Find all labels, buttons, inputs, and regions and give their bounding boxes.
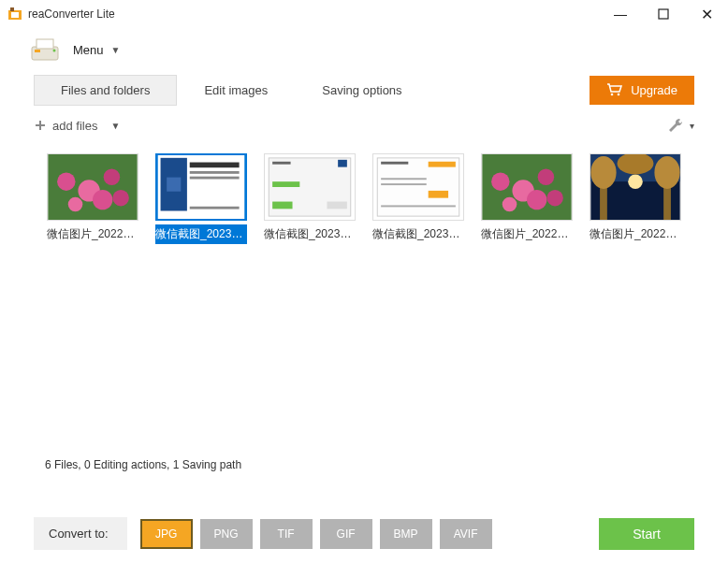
minimize-button[interactable]: — — [599, 0, 642, 28]
format-gif[interactable]: GIF — [320, 519, 372, 549]
menu-button[interactable]: Menu ▼ — [73, 43, 120, 57]
convert-to-label: Convert to: — [34, 517, 127, 550]
toolbar: add files ▼ ▾ — [0, 108, 728, 142]
file-item[interactable]: 微信截图_20230... — [372, 153, 464, 244]
svg-rect-36 — [381, 183, 427, 185]
start-button[interactable]: Start — [599, 518, 694, 550]
tab-files-and-folders[interactable]: Files and folders — [34, 75, 177, 106]
menu-label: Menu — [73, 43, 104, 57]
svg-rect-22 — [190, 177, 240, 180]
titlebar: reaConverter Lite — ✕ — [0, 0, 728, 28]
caret-down-icon: ▼ — [110, 121, 120, 131]
file-name: 微信截图_20230... — [372, 224, 464, 244]
bottom-bar: Convert to: JPGPNGTIFGIFBMPAVIF Start — [0, 517, 728, 550]
svg-rect-28 — [272, 181, 299, 187]
close-button[interactable]: ✕ — [685, 0, 728, 28]
svg-rect-19 — [167, 178, 181, 192]
status-bar: 6 Files, 0 Editing actions, 1 Saving pat… — [0, 451, 728, 479]
svg-point-9 — [618, 94, 620, 96]
tabs: Files and folders Edit images Saving opt… — [0, 71, 728, 108]
plus-icon — [34, 119, 47, 132]
svg-point-14 — [93, 190, 112, 209]
svg-point-52 — [654, 156, 679, 189]
format-jpg[interactable]: JPG — [140, 519, 193, 549]
file-thumbnail — [155, 153, 247, 221]
svg-rect-29 — [272, 202, 292, 209]
app-icon — [7, 7, 22, 22]
cart-icon — [606, 83, 623, 96]
file-name: 微信图片_20221... — [47, 224, 138, 244]
file-item[interactable]: 微信截图_20230... — [155, 153, 247, 244]
svg-point-48 — [628, 174, 643, 189]
svg-rect-3 — [659, 9, 668, 19]
upgrade-button[interactable]: Upgrade — [590, 76, 694, 105]
svg-point-40 — [491, 172, 509, 190]
tab-edit-images[interactable]: Edit images — [177, 75, 295, 106]
file-item[interactable]: 微信图片_20221... — [590, 153, 681, 244]
svg-point-45 — [546, 190, 563, 207]
file-grid: 微信图片_20221...微信截图_20230...微信截图_20230...微… — [0, 142, 728, 451]
svg-point-16 — [112, 190, 129, 207]
svg-point-44 — [502, 197, 517, 212]
add-files-button[interactable]: add files ▼ — [34, 119, 120, 133]
file-name: 微信截图_20230... — [155, 224, 247, 244]
svg-point-7 — [53, 50, 56, 52]
file-thumbnail — [47, 153, 138, 221]
svg-point-8 — [611, 94, 614, 96]
format-avif[interactable]: AVIF — [440, 519, 492, 549]
add-files-label: add files — [52, 119, 97, 133]
format-png[interactable]: PNG — [200, 519, 253, 549]
svg-rect-6 — [35, 50, 40, 52]
maximize-button[interactable] — [642, 0, 685, 28]
upgrade-label: Upgrade — [631, 83, 677, 97]
file-item[interactable]: 微信图片_20221... — [481, 153, 573, 244]
caret-down-icon: ▾ — [690, 121, 694, 131]
svg-rect-34 — [429, 162, 456, 167]
svg-rect-35 — [381, 178, 427, 180]
format-row: JPGPNGTIFGIFBMPAVIF — [140, 519, 492, 549]
wrench-icon — [667, 117, 684, 134]
file-item[interactable]: 微信图片_20221... — [47, 153, 138, 244]
file-name: 微信截图_20230... — [264, 224, 356, 244]
svg-point-42 — [538, 169, 555, 186]
file-name: 微信图片_20221... — [590, 224, 681, 244]
svg-point-15 — [68, 197, 83, 212]
svg-point-43 — [527, 190, 546, 209]
svg-rect-37 — [429, 191, 448, 198]
svg-rect-38 — [381, 205, 456, 207]
svg-rect-2 — [11, 12, 19, 18]
svg-rect-1 — [10, 7, 14, 11]
svg-rect-5 — [36, 39, 53, 49]
settings-button[interactable]: ▾ — [667, 117, 694, 134]
svg-rect-23 — [190, 207, 240, 209]
svg-rect-30 — [327, 202, 346, 209]
svg-point-11 — [57, 172, 75, 190]
file-thumbnail — [372, 153, 464, 221]
caret-down-icon: ▼ — [111, 45, 121, 55]
tab-saving-options[interactable]: Saving options — [295, 75, 429, 106]
printer-icon — [30, 37, 60, 62]
file-thumbnail — [590, 153, 681, 221]
svg-rect-20 — [190, 163, 240, 168]
file-thumbnail — [264, 153, 356, 221]
format-tif[interactable]: TIF — [260, 519, 313, 549]
svg-rect-27 — [272, 162, 290, 165]
format-bmp[interactable]: BMP — [380, 519, 432, 549]
file-thumbnail — [481, 153, 573, 221]
window-title: reaConverter Lite — [28, 7, 599, 21]
svg-point-51 — [590, 156, 616, 189]
svg-point-13 — [104, 169, 120, 186]
menubar: Menu ▼ — [0, 28, 728, 71]
svg-rect-33 — [381, 162, 408, 165]
svg-rect-26 — [338, 160, 347, 167]
file-item[interactable]: 微信截图_20230... — [264, 153, 356, 244]
file-name: 微信图片_20221... — [481, 224, 573, 244]
svg-rect-21 — [190, 171, 240, 174]
